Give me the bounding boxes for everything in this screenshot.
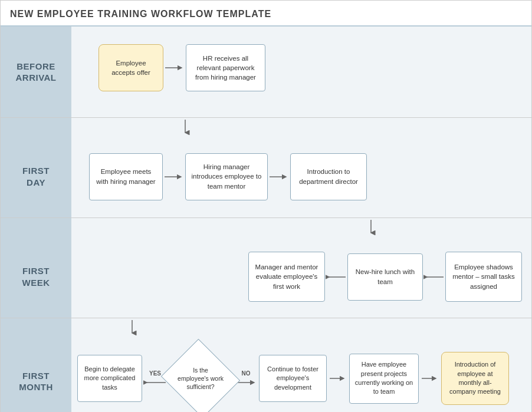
content-before-arrival: Employee accepts offer HR receives all r… <box>71 27 531 117</box>
v-arrow-1 <box>180 118 190 136</box>
label-first-week: FIRSTWEEK <box>1 236 71 318</box>
page-title: NEW EMPLOYEE TRAINING WORKFLOW TEMPLATE <box>10 9 522 19</box>
workflow: BEFOREARRIVAL Employee accepts offer HR … <box>1 27 531 412</box>
box-intro-monthly: Introduction of employee at monthly all-… <box>441 352 509 405</box>
label-first-day: FIRSTDAY <box>1 136 71 217</box>
arrow-right-2 <box>163 172 185 182</box>
page: NEW EMPLOYEE TRAINING WORKFLOW TEMPLATE … <box>0 0 532 412</box>
down-arrow-icon-1 <box>180 118 190 135</box>
section-first-day: FIRSTDAY Employee meets with hiring mana… <box>1 136 531 218</box>
label-first-month: FIRSTMONTH <box>1 336 71 412</box>
content-first-month: Begin to delegate more complicated tasks… <box>71 336 531 412</box>
arrow-icon-4 <box>326 272 347 282</box>
section-first-month: FIRSTMONTH Begin to delegate more compli… <box>1 336 531 412</box>
v-arrow-3 <box>127 318 137 336</box>
arrow-icon-7 <box>421 374 439 383</box>
box-diamond: Is the employee's work sufficient? <box>168 349 233 408</box>
arrow-right-6 <box>327 374 349 383</box>
box-continue-foster: Continue to foster employee's developmen… <box>259 355 327 402</box>
arrow-icon-5 <box>423 272 445 282</box>
label-yes: YES <box>149 370 161 377</box>
box-have-employee: Have employee present projects currently… <box>349 354 419 404</box>
arrow-icon-2 <box>163 172 185 182</box>
content-first-day: Employee meets with hiring manager Hirin… <box>71 136 531 217</box>
box-begin-delegate: Begin to delegate more complicated tasks <box>77 355 142 402</box>
box-intro-director: Introduction to department director <box>290 153 367 200</box>
arrow-left-1 <box>325 272 347 282</box>
arrow-icon-3 <box>268 172 290 182</box>
diamond-text: Is the employee's work sufficient? <box>175 366 226 391</box>
down-arrow-icon-2 <box>366 219 376 235</box>
v-arrow-2 <box>366 218 376 236</box>
box-employee-meets: Employee meets with hiring manager <box>89 153 163 200</box>
box-new-hire-lunch: New-hire lunch with team <box>347 253 423 301</box>
down-arrow-icon-3 <box>127 319 137 335</box>
section-before-arrival: BEFOREARRIVAL Employee accepts offer HR … <box>1 27 531 118</box>
arrow-icon-6 <box>329 374 347 383</box>
section-first-week: FIRSTWEEK Manager and mentor evaluate em… <box>1 236 531 318</box>
arrow-icon-1 <box>164 63 185 72</box>
title-bar: NEW EMPLOYEE TRAINING WORKFLOW TEMPLATE <box>1 1 531 27</box>
arrow-right-1 <box>163 63 186 72</box>
box-employee-accepts: Employee accepts offer <box>98 44 163 91</box>
label-no: NO <box>242 370 251 377</box>
content-first-week: Manager and mentor evaluate employee's f… <box>71 236 531 318</box>
divider-1 <box>1 118 531 136</box>
arrow-left-2 <box>423 272 445 282</box>
label-before-arrival: BEFOREARRIVAL <box>1 27 71 117</box>
box-employee-shadows: Employee shadows mentor – small tasks as… <box>445 252 522 302</box>
box-manager-mentor: Manager and mentor evaluate employee's f… <box>248 252 325 302</box>
divider-2 <box>1 218 531 236</box>
arrow-right-7 <box>419 374 441 383</box>
box-hr-receives: HR receives all relevant paperwork from … <box>186 44 265 91</box>
divider-3 <box>1 318 531 336</box>
box-hiring-introduces: Hiring manager introduces employee to te… <box>185 153 268 200</box>
arrow-right-3 <box>268 172 290 182</box>
